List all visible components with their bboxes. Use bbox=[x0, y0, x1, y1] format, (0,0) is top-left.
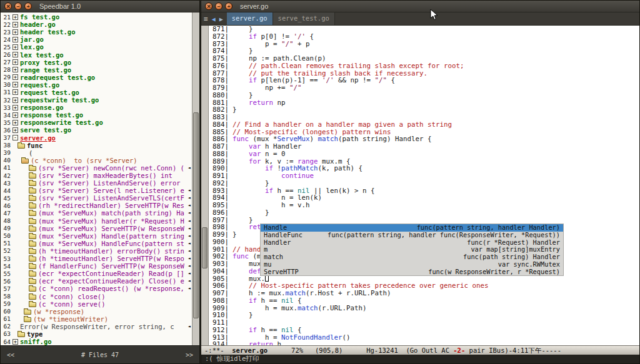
expand-icon[interactable]: + bbox=[12, 89, 18, 95]
speedbar-row[interactable]: 50(mux *ServeMux) Handle(pattern string◄ bbox=[1, 232, 192, 240]
expand-icon[interactable]: + bbox=[12, 59, 18, 65]
speedbar-row[interactable]: 28+range_test.go bbox=[1, 66, 192, 74]
expand-icon[interactable]: + bbox=[12, 339, 18, 345]
speedbar-row[interactable]: 40(c *conn) to (srv *Server) bbox=[1, 157, 192, 164]
expand-icon[interactable]: + bbox=[12, 52, 18, 57]
speedbar-row[interactable]: 39( bbox=[1, 149, 192, 157]
speedbar-row[interactable]: 31+request_test.go bbox=[1, 89, 192, 96]
code-line[interactable]: 873| p = "/" + p bbox=[209, 41, 639, 48]
code-line[interactable]: 891| continue bbox=[209, 172, 639, 180]
speedbar-row[interactable]: 64+sniff.go bbox=[1, 338, 192, 345]
speedbar-row[interactable]: 52(h *timeoutHandler) errorBody() strin◄ bbox=[1, 247, 192, 255]
completion-item[interactable]: HandleFuncfunc(pattern string, handler f… bbox=[261, 232, 563, 239]
speedbar-row[interactable]: 45(srv *Server) ListenAndServeTLS(certF◄ bbox=[1, 194, 192, 202]
code-line[interactable]: 879| np += "/" bbox=[209, 84, 639, 92]
speedbar-row[interactable]: 27+proxy_test.go bbox=[1, 59, 192, 66]
speedbar-row[interactable]: 48(mux *ServeMux) handler(r *Request) H◄ bbox=[1, 217, 192, 225]
speedbar-row[interactable]: 21+fs_test.go bbox=[1, 13, 192, 21]
completion-item[interactable]: muvar sync.RWMutex bbox=[261, 261, 563, 268]
speedbar-row[interactable]: 41(srv *Server) newConn(rwc net.Conn) (◄ bbox=[1, 164, 192, 172]
speedbar-row[interactable]: 32+requestwrite_test.go bbox=[1, 96, 192, 104]
code-line[interactable]: 909| h = mux.match(r.URL.Path) bbox=[209, 305, 639, 312]
expand-icon[interactable]: + bbox=[12, 82, 18, 87]
expand-icon[interactable]: + bbox=[12, 29, 18, 35]
speedbar-row[interactable]: 54(f HandlerFunc) ServeHTTP(w ResponseW◄ bbox=[1, 262, 192, 270]
completion-item[interactable]: matchfunc(path string) Handler bbox=[261, 253, 563, 261]
speedbar-titlebar[interactable]: ✕ − + Speedbar 1.0 bbox=[1, 1, 199, 12]
expand-icon[interactable]: + bbox=[12, 44, 18, 50]
collapse-icon[interactable]: - bbox=[12, 135, 18, 140]
speedbar-row[interactable]: 44(srv *Server) Serve(l net.Listener) e◄ bbox=[1, 187, 192, 194]
speedbar-row[interactable]: 29+readrequest_test.go bbox=[1, 74, 192, 81]
speedbar-row[interactable]: 58(c *conn) close() bbox=[1, 292, 192, 300]
code-lines[interactable]: 871| }872| if p[0] != '/' {873| p = "/" … bbox=[209, 26, 639, 345]
expand-icon[interactable]: + bbox=[12, 37, 18, 42]
speedbar-row[interactable]: 57(c *conn) readRequest() (w *response,◄ bbox=[1, 285, 192, 292]
folder-icon bbox=[29, 234, 36, 239]
minimize-icon[interactable]: − bbox=[215, 2, 222, 10]
editor-tab[interactable]: serve_test.go bbox=[273, 12, 335, 25]
completion-item[interactable]: ServeHTTPfunc(w ResponseWriter, r *Reque… bbox=[261, 268, 563, 276]
speedbar-row[interactable]: 63type bbox=[1, 330, 192, 338]
code-line[interactable]: 897| } bbox=[209, 217, 639, 224]
code-line[interactable]: 881| return np bbox=[209, 99, 639, 107]
speedbar-item-label: lex_test.go bbox=[20, 51, 64, 59]
completion-item[interactable]: Handlefunc(pattern string, handler Handl… bbox=[261, 224, 563, 232]
speedbar-row[interactable]: 53(h *timeoutHandler) ServeHTTP(w Respo◄ bbox=[1, 255, 192, 262]
speedbar-row[interactable]: 30+request.go bbox=[1, 81, 192, 89]
speedbar-row[interactable]: 33+response.go bbox=[1, 104, 192, 111]
speedbar-row[interactable]: 26+lex_test.go bbox=[1, 51, 192, 58]
speedbar-row[interactable]: 22+header.go bbox=[1, 21, 192, 28]
speedbar-row[interactable]: 25+lex.go bbox=[1, 43, 192, 51]
expand-icon[interactable]: + bbox=[12, 120, 18, 125]
forward-icon[interactable]: ▶ bbox=[219, 16, 223, 22]
expand-icon[interactable]: + bbox=[12, 22, 18, 27]
speedbar-row[interactable]: 61(tw *timeoutWriter) bbox=[1, 315, 192, 323]
prev-page-button[interactable]: << bbox=[7, 352, 14, 358]
speedbar-row[interactable]: 62Error(w ResponseWriter, error string, … bbox=[1, 323, 192, 330]
maximize-icon[interactable]: + bbox=[24, 2, 32, 10]
speedbar-row[interactable]: 43(srv *Server) ListenAndServe() error bbox=[1, 179, 192, 187]
maximize-icon[interactable]: + bbox=[225, 2, 232, 10]
menu-icon[interactable]: ≡ bbox=[204, 15, 208, 23]
speedbar-scrollbar[interactable] bbox=[192, 12, 199, 345]
speedbar-row[interactable]: 24+jar.go bbox=[1, 36, 192, 43]
expand-icon[interactable]: + bbox=[12, 112, 18, 118]
speedbar-row[interactable]: 42(srv *Server) maxHeaderBytes() int bbox=[1, 172, 192, 179]
expand-icon[interactable]: + bbox=[12, 127, 18, 133]
speedbar-row[interactable]: 60(w *response) bbox=[1, 308, 192, 315]
speedbar-row[interactable]: 46(rh *redirectHandler) ServeHTTP(w Res◄ bbox=[1, 202, 192, 209]
speedbar-row[interactable]: 23+header_test.go bbox=[1, 28, 192, 36]
minimize-icon[interactable]: − bbox=[14, 2, 22, 10]
speedbar-row[interactable]: 37-server.go bbox=[1, 134, 192, 142]
speedbar-row[interactable]: 55(ecr *expectContinueReader) Read(p []◄ bbox=[1, 270, 192, 277]
speedbar-row[interactable]: 47(mux *ServeMux) match(path string) Ha◄ bbox=[1, 209, 192, 217]
speedbar-row[interactable]: 49(mux *ServeMux) ServeHTTP(w ResponseW◄ bbox=[1, 225, 192, 232]
speedbar-row[interactable]: 35+responsewrite_test.go bbox=[1, 119, 192, 126]
editor-tab[interactable]: server.go bbox=[227, 12, 273, 25]
next-page-button[interactable]: >> bbox=[186, 352, 193, 358]
close-icon[interactable]: ✕ bbox=[205, 2, 212, 10]
code-line[interactable]: 896| } bbox=[209, 209, 639, 217]
back-icon[interactable]: ◀ bbox=[212, 16, 216, 22]
code-line[interactable]: 882|} bbox=[209, 106, 639, 114]
speedbar-row[interactable]: 38func bbox=[1, 142, 192, 149]
editor-titlebar[interactable]: ✕ − + server.go bbox=[201, 1, 639, 12]
speedbar-row[interactable]: 36+serve_test.go bbox=[1, 126, 192, 134]
editor-scrollbar[interactable] bbox=[201, 26, 209, 345]
code-line[interactable]: 910| } bbox=[209, 312, 639, 319]
speedbar-row[interactable]: 59(c *conn) serve() bbox=[1, 300, 192, 308]
scrollbar-thumb[interactable] bbox=[202, 227, 208, 269]
code-line[interactable]: 895| h = v.h bbox=[209, 202, 639, 209]
speedbar-row[interactable]: 34+response_test.go bbox=[1, 111, 192, 119]
expand-icon[interactable]: + bbox=[12, 105, 18, 111]
code-line[interactable]: 914| return h bbox=[209, 341, 639, 345]
expand-icon[interactable]: + bbox=[12, 74, 18, 80]
speedbar-row[interactable]: 56(ecr *expectContinueReader) Close() e◄ bbox=[1, 277, 192, 285]
expand-icon[interactable]: + bbox=[12, 14, 18, 20]
scrollbar-thumb[interactable] bbox=[193, 112, 199, 318]
speedbar-row[interactable]: 51(mux *ServeMux) HandleFunc(pattern st◄ bbox=[1, 240, 192, 247]
expand-icon[interactable]: + bbox=[12, 67, 18, 72]
expand-icon[interactable]: + bbox=[12, 97, 18, 103]
close-icon[interactable]: ✕ bbox=[4, 2, 12, 10]
